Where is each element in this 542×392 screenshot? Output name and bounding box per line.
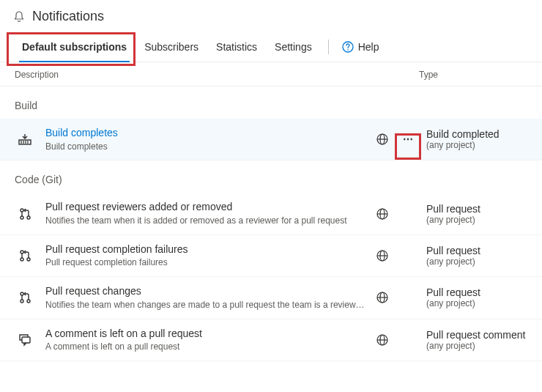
divider <box>328 40 329 54</box>
row-main: Pull request completion failures Pull re… <box>45 243 368 269</box>
help-icon <box>342 41 354 53</box>
row-title: Pull request completion failures <box>45 243 368 257</box>
pull-request-icon <box>15 207 35 221</box>
row-type-scope: (any project) <box>426 298 527 308</box>
more-options-button[interactable]: ⋯ <box>397 133 419 145</box>
comment-icon <box>15 333 35 347</box>
pull-request-icon <box>15 291 35 304</box>
subscription-row[interactable]: Pull request changes Notifies the team w… <box>0 277 542 319</box>
help-link[interactable]: Help <box>336 41 385 53</box>
globe-icon <box>368 333 397 347</box>
row-type: Pull request comment (any project) <box>419 329 527 351</box>
globe-icon <box>368 207 397 221</box>
row-subtitle: Pull request completion failures <box>45 256 368 269</box>
subscription-row[interactable]: Pull request completion failures Pull re… <box>0 235 542 277</box>
row-title: Pull request reviewers added or removed <box>45 200 368 215</box>
help-label: Help <box>358 41 379 53</box>
row-main: Pull request reviewers added or removed … <box>45 200 368 226</box>
row-type-title: Build completed <box>426 128 527 140</box>
row-title: A comment is left on a pull request <box>45 327 368 341</box>
row-type: Build completed (any project) <box>419 128 527 150</box>
row-type-scope: (any project) <box>426 256 527 267</box>
tab-default-subscriptions[interactable]: Default subscriptions <box>13 32 136 62</box>
tab-settings[interactable]: Settings <box>266 32 321 62</box>
globe-icon <box>368 291 397 304</box>
subscription-row[interactable]: Pull request reviewers added or removed … <box>0 193 542 234</box>
row-type-title: Pull request <box>426 203 527 215</box>
row-subtitle: A comment is left on a pull request <box>45 341 368 353</box>
tab-subscribers[interactable]: Subscribers <box>136 32 207 62</box>
row-type-title: Pull request <box>426 245 527 256</box>
row-type-title: Pull request <box>426 286 527 298</box>
column-type: Type <box>419 70 527 80</box>
row-type-title: Pull request comment <box>426 329 527 341</box>
page-title: Notifications <box>32 9 104 24</box>
group-title-code-git: Code (Git) <box>0 160 542 193</box>
row-subtitle: Build completes <box>45 141 368 153</box>
row-type-scope: (any project) <box>426 341 527 351</box>
tab-statistics[interactable]: Statistics <box>207 32 266 62</box>
column-description: Description <box>15 70 419 80</box>
row-title: Build completes <box>45 126 368 141</box>
row-type: Pull request (any project) <box>419 286 527 308</box>
subscription-row[interactable]: Build completes Build completes ⋯ Build … <box>0 119 542 160</box>
build-icon <box>15 133 35 146</box>
row-main: Pull request changes Notifies the team w… <box>45 284 368 311</box>
column-header: Description Type <box>0 62 542 86</box>
row-title: Pull request changes <box>45 284 368 299</box>
subscription-row[interactable]: A comment is left on a pull request A co… <box>0 319 542 361</box>
row-main: Build completes Build completes <box>45 126 368 152</box>
row-type-scope: (any project) <box>426 140 527 150</box>
row-type: Pull request (any project) <box>419 245 527 267</box>
bell-icon <box>13 11 25 23</box>
tab-bar: Default subscriptions Subscribers Statis… <box>0 32 542 62</box>
page-header: Notifications <box>0 0 542 32</box>
row-subtitle: Notifies the team when changes are made … <box>45 299 368 311</box>
group-title-build: Build <box>0 86 542 119</box>
row-subtitle: Notifies the team when it is added or re… <box>45 215 368 227</box>
globe-icon <box>368 249 397 262</box>
row-type: Pull request (any project) <box>419 203 527 225</box>
globe-icon <box>368 133 397 146</box>
row-main: A comment is left on a pull request A co… <box>45 327 368 353</box>
row-type-scope: (any project) <box>426 215 527 225</box>
pull-request-icon <box>15 249 35 262</box>
